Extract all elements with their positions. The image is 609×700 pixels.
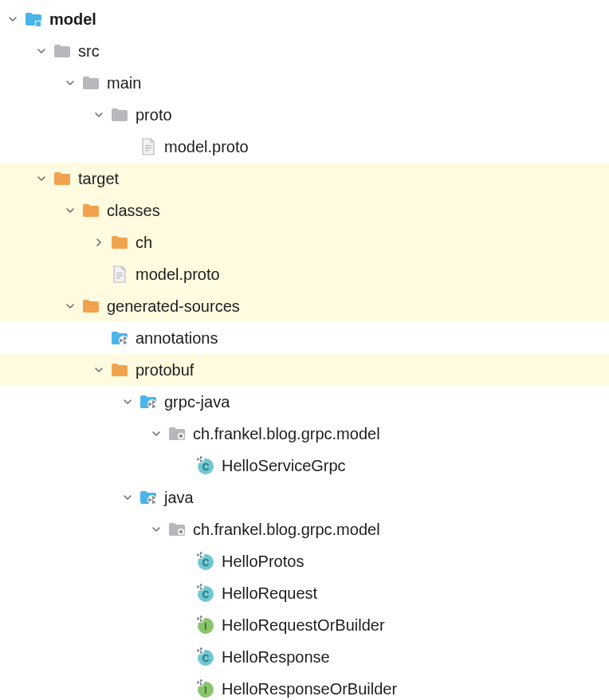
chevron-down-icon[interactable] bbox=[62, 203, 78, 218]
chevron-placeholder bbox=[177, 585, 193, 601]
tree-node-label: HelloProtos bbox=[222, 545, 304, 577]
folder-gray-icon bbox=[53, 41, 72, 61]
tree-node-label: main bbox=[107, 67, 141, 99]
tree-row[interactable]: model.proto bbox=[0, 258, 609, 290]
chevron-placeholder bbox=[177, 617, 193, 633]
tree-node-label: proto bbox=[136, 99, 172, 131]
chevron-down-icon[interactable] bbox=[33, 43, 49, 59]
tree-row[interactable]: src bbox=[0, 35, 609, 67]
tree-row[interactable]: ch.frankel.blog.grpc.model bbox=[0, 418, 609, 450]
class-icon bbox=[196, 552, 215, 571]
tree-row[interactable]: proto bbox=[0, 99, 609, 131]
folder-gen-icon bbox=[110, 328, 129, 348]
tree-row[interactable]: annotations bbox=[0, 322, 609, 354]
tree-row[interactable]: target bbox=[0, 163, 609, 195]
tree-node-label: HelloRequestOrBuilder bbox=[222, 609, 385, 641]
chevron-down-icon[interactable] bbox=[148, 426, 164, 442]
folder-orange-icon bbox=[81, 297, 100, 316]
folder-orange-icon bbox=[81, 201, 100, 220]
chevron-down-icon[interactable] bbox=[62, 298, 78, 314]
chevron-down-icon[interactable] bbox=[62, 75, 78, 91]
class-icon bbox=[196, 456, 215, 475]
tree-node-label: model bbox=[49, 3, 96, 35]
tree-row[interactable]: HelloResponseOrBuilder bbox=[0, 673, 609, 700]
tree-row[interactable]: ch.frankel.blog.grpc.model bbox=[0, 513, 609, 545]
file-icon bbox=[139, 137, 158, 156]
chevron-placeholder bbox=[91, 330, 107, 346]
tree-row[interactable]: java bbox=[0, 482, 609, 513]
tree-node-label: target bbox=[78, 163, 119, 195]
chevron-down-icon[interactable] bbox=[91, 107, 107, 123]
tree-row[interactable]: model.proto bbox=[0, 131, 609, 163]
folder-gray-icon bbox=[81, 73, 100, 92]
chevron-down-icon[interactable] bbox=[148, 521, 164, 537]
tree-row[interactable]: classes bbox=[0, 195, 609, 226]
folder-gen-icon bbox=[139, 392, 158, 411]
tree-row[interactable]: HelloRequestOrBuilder bbox=[0, 609, 609, 641]
tree-row[interactable]: ch bbox=[0, 226, 609, 258]
chevron-placeholder bbox=[177, 649, 193, 665]
tree-row[interactable]: generated-sources bbox=[0, 290, 609, 322]
interface-icon bbox=[196, 679, 215, 698]
chevron-placeholder bbox=[177, 681, 193, 697]
project-tree: modelsrcmainprotomodel.prototargetclasse… bbox=[0, 0, 609, 700]
tree-node-label: annotations bbox=[136, 322, 218, 354]
tree-row[interactable]: HelloProtos bbox=[0, 545, 609, 577]
tree-row[interactable]: HelloServiceGrpc bbox=[0, 450, 609, 482]
tree-node-label: ch.frankel.blog.grpc.model bbox=[193, 513, 380, 545]
module-icon bbox=[24, 10, 43, 29]
folder-gen-icon bbox=[139, 488, 158, 507]
tree-node-label: protobuf bbox=[136, 354, 194, 386]
chevron-down-icon[interactable] bbox=[5, 11, 21, 27]
tree-row[interactable]: model bbox=[0, 3, 609, 35]
tree-node-label: ch.frankel.blog.grpc.model bbox=[193, 418, 380, 450]
tree-node-label: model.proto bbox=[136, 258, 220, 290]
class-icon bbox=[196, 647, 215, 667]
chevron-down-icon[interactable] bbox=[33, 171, 49, 187]
tree-node-label: src bbox=[78, 35, 100, 67]
folder-gray-icon bbox=[110, 105, 129, 124]
chevron-placeholder bbox=[177, 458, 193, 474]
package-icon bbox=[167, 520, 187, 539]
tree-node-label: HelloResponseOrBuilder bbox=[222, 673, 397, 700]
chevron-placeholder bbox=[91, 266, 107, 282]
tree-node-label: ch bbox=[136, 226, 152, 258]
tree-row[interactable]: main bbox=[0, 67, 609, 99]
package-icon bbox=[167, 424, 187, 443]
class-icon bbox=[196, 584, 215, 603]
tree-node-label: grpc-java bbox=[164, 386, 230, 418]
tree-row[interactable]: HelloRequest bbox=[0, 577, 609, 609]
tree-node-label: classes bbox=[107, 195, 160, 226]
tree-node-label: HelloResponse bbox=[222, 641, 330, 673]
tree-node-label: HelloServiceGrpc bbox=[222, 450, 346, 482]
chevron-right-icon[interactable] bbox=[91, 234, 107, 250]
folder-orange-icon bbox=[110, 360, 129, 379]
folder-orange-icon bbox=[53, 169, 72, 188]
tree-row[interactable]: protobuf bbox=[0, 354, 609, 386]
chevron-down-icon[interactable] bbox=[120, 490, 136, 505]
chevron-placeholder bbox=[177, 553, 193, 569]
tree-row[interactable]: grpc-java bbox=[0, 386, 609, 418]
file-icon bbox=[110, 265, 129, 284]
chevron-placeholder bbox=[120, 139, 136, 155]
tree-node-label: generated-sources bbox=[107, 290, 240, 322]
tree-row[interactable]: HelloResponse bbox=[0, 641, 609, 673]
tree-node-label: java bbox=[164, 482, 194, 513]
interface-icon bbox=[196, 615, 215, 635]
folder-orange-icon bbox=[110, 233, 129, 252]
chevron-down-icon[interactable] bbox=[91, 362, 107, 378]
tree-node-label: HelloRequest bbox=[222, 577, 317, 609]
tree-node-label: model.proto bbox=[164, 131, 249, 163]
chevron-down-icon[interactable] bbox=[120, 394, 136, 410]
